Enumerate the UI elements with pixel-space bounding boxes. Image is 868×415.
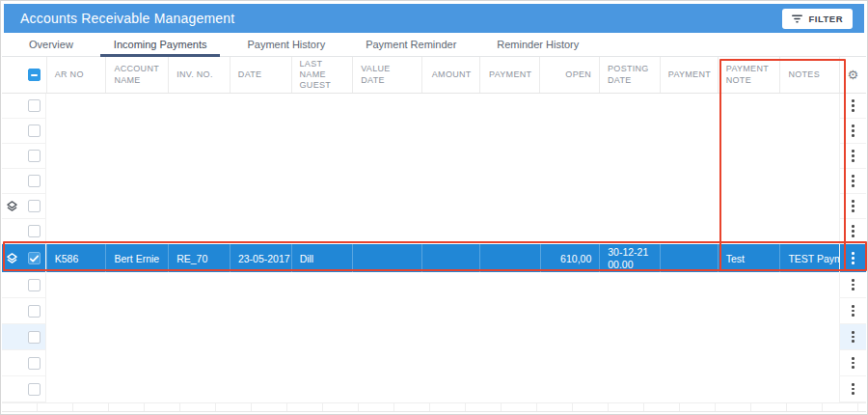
cell-payment xyxy=(479,324,540,350)
select-all-checkbox[interactable] xyxy=(28,69,41,81)
cell-payment xyxy=(479,144,540,169)
tab-payment-reminder[interactable]: Payment Reminder xyxy=(352,33,470,56)
table-row[interactable] xyxy=(2,219,866,244)
column-header-posting-date[interactable]: POSTING DATE xyxy=(599,57,660,93)
column-header-last-name-guest[interactable]: LAST NAME GUEST xyxy=(291,57,353,93)
cell-payment-note xyxy=(718,324,780,350)
row-menu-kebab-icon[interactable] xyxy=(848,353,858,373)
column-header-value-date[interactable]: VALUE DATE xyxy=(352,57,421,93)
row-checkbox[interactable] xyxy=(28,124,41,137)
cell-date xyxy=(230,324,291,350)
cell-posting-date xyxy=(599,376,660,402)
cell-open xyxy=(540,94,600,119)
column-header-payment-2[interactable]: PAYMENT xyxy=(660,57,718,93)
cell-date xyxy=(230,219,291,244)
cell-payment-note xyxy=(718,144,780,169)
cell-payment xyxy=(479,169,540,194)
table-row[interactable] xyxy=(2,350,866,376)
row-checkbox-cell xyxy=(23,324,46,350)
row-menu-kebab-icon[interactable] xyxy=(848,327,858,346)
row-checkbox[interactable] xyxy=(28,305,41,318)
cell-payment-2 xyxy=(660,119,718,144)
row-checkbox-cell xyxy=(23,94,46,119)
table-row[interactable] xyxy=(2,272,866,298)
column-header-account-name[interactable]: ACCOUNT NAME xyxy=(105,57,168,93)
column-header-amount[interactable]: AMOUNT xyxy=(421,57,479,93)
cell-posting-date xyxy=(599,144,660,169)
tab-payment-history[interactable]: Payment History xyxy=(233,33,339,56)
cell-open: 610,00 xyxy=(540,244,600,272)
row-actions-cell xyxy=(839,94,866,119)
filter-button[interactable]: FILTER xyxy=(782,9,853,29)
row-icon-cell xyxy=(2,169,23,194)
row-checkbox[interactable] xyxy=(28,150,41,162)
row-menu-kebab-icon[interactable] xyxy=(848,379,858,399)
row-menu-kebab-icon[interactable] xyxy=(848,121,858,140)
cell-notes xyxy=(779,194,839,219)
table-row[interactable] xyxy=(2,94,866,119)
column-header-payment[interactable]: PAYMENT xyxy=(479,57,540,93)
column-header-date[interactable]: DATE xyxy=(230,57,291,93)
cell-inv-no xyxy=(168,119,230,144)
cell-ar-no: K586 xyxy=(46,244,106,272)
tab-reminder-history[interactable]: Reminder History xyxy=(483,33,592,56)
row-checkbox[interactable] xyxy=(28,252,41,264)
app-window: Accounts Receivable Management FILTER Ov… xyxy=(0,0,868,415)
row-checkbox[interactable] xyxy=(28,200,41,212)
tab-incoming-payments[interactable]: Incoming Payments xyxy=(100,33,221,56)
row-menu-kebab-icon[interactable] xyxy=(848,146,858,165)
row-menu-kebab-icon[interactable] xyxy=(848,275,858,294)
row-menu-kebab-icon[interactable] xyxy=(848,221,858,240)
row-checkbox[interactable] xyxy=(28,357,41,370)
layers-icon[interactable] xyxy=(6,252,18,264)
cell-amount xyxy=(421,350,479,376)
column-header-payment-note[interactable]: PAYMENT NOTE xyxy=(718,57,780,93)
cell-last-name-guest xyxy=(291,169,353,194)
table-row[interactable] xyxy=(2,119,866,144)
row-menu-kebab-icon[interactable] xyxy=(848,196,858,215)
row-icon-cell xyxy=(2,94,23,119)
table-row[interactable] xyxy=(2,194,866,219)
row-checkbox[interactable] xyxy=(28,279,41,291)
column-header-notes[interactable]: NOTES xyxy=(779,57,839,93)
row-icon-cell xyxy=(2,272,23,298)
column-header-ar-no[interactable]: AR NO xyxy=(46,57,106,93)
tab-overview[interactable]: Overview xyxy=(15,33,87,56)
table-row[interactable] xyxy=(2,298,866,324)
table-header-row: AR NO ACCOUNT NAME INV. NO. DATE LAST NA… xyxy=(2,57,866,94)
table-row[interactable] xyxy=(2,169,866,194)
cell-account-name xyxy=(105,324,168,350)
row-checkbox[interactable] xyxy=(28,175,41,187)
row-menu-kebab-icon[interactable] xyxy=(848,301,858,320)
row-actions-cell xyxy=(839,119,866,144)
row-menu-kebab-icon[interactable] xyxy=(848,96,858,115)
cell-inv-no: RE_70 xyxy=(168,244,230,272)
cell-open xyxy=(540,324,600,350)
row-checkbox[interactable] xyxy=(28,99,41,112)
row-checkbox[interactable] xyxy=(28,225,41,237)
gear-icon[interactable]: ⚙ xyxy=(848,69,859,81)
row-icon-cell xyxy=(2,298,23,324)
cell-open xyxy=(540,298,600,324)
row-icon-cell xyxy=(2,194,23,219)
cell-payment-2 xyxy=(660,144,718,169)
table-row[interactable] xyxy=(2,376,866,402)
column-header-open[interactable]: OPEN xyxy=(539,57,599,93)
row-checkbox-cell xyxy=(23,244,46,272)
row-menu-kebab-icon[interactable] xyxy=(848,248,858,267)
row-menu-kebab-icon[interactable] xyxy=(848,171,858,190)
table-row[interactable] xyxy=(2,324,866,350)
row-actions-cell xyxy=(839,376,866,402)
layers-icon[interactable] xyxy=(6,200,18,212)
row-checkbox[interactable] xyxy=(28,331,41,344)
table-row[interactable] xyxy=(2,144,866,169)
cell-payment-2 xyxy=(660,244,718,272)
cell-date xyxy=(230,169,291,194)
row-checkbox[interactable] xyxy=(28,383,41,396)
column-header-inv-no[interactable]: INV. NO. xyxy=(168,57,230,93)
row-checkbox-cell xyxy=(23,298,46,324)
cell-payment-note xyxy=(718,94,780,119)
table-row[interactable]: K586Bert ErnieRE_7023-05-2017Dill610,003… xyxy=(2,244,866,272)
cell-value-date xyxy=(352,219,421,244)
row-checkbox-cell xyxy=(23,272,46,298)
